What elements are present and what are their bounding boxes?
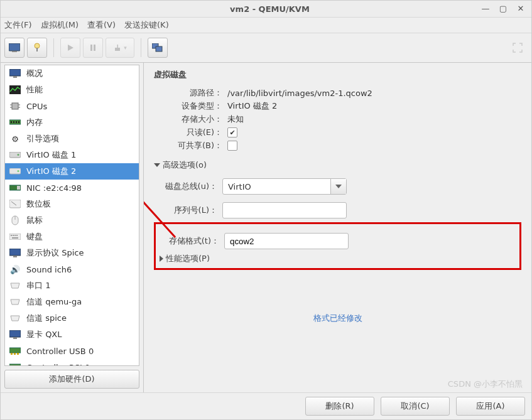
menu-sendkey[interactable]: 发送按键(K) bbox=[124, 19, 169, 31]
svg-rect-46 bbox=[14, 353, 16, 355]
add-hardware-button[interactable]: 添加硬件(D) bbox=[4, 370, 139, 389]
sidebar-item-video[interactable]: 显卡 QXL bbox=[5, 326, 139, 343]
sidebar-item-tablet[interactable]: 数位板 bbox=[5, 196, 139, 212]
sidebar-item-label: Controller USB 0 bbox=[26, 347, 94, 356]
expander-performance-label: 性能选项(P) bbox=[166, 253, 210, 264]
keyboard-icon bbox=[9, 231, 21, 242]
section-title: 虚拟磁盘 bbox=[154, 69, 521, 80]
maximize-button[interactable]: ▢ bbox=[497, 3, 509, 14]
serial-icon bbox=[9, 313, 21, 324]
menu-file[interactable]: 文件(F) bbox=[4, 19, 32, 31]
svg-rect-48 bbox=[9, 364, 21, 366]
menu-vm[interactable]: 虚拟机(M) bbox=[41, 19, 79, 31]
svg-rect-38 bbox=[16, 235, 18, 236]
sidebar-item-label: VirtIO 磁盘 2 bbox=[26, 166, 76, 177]
chevron-down-icon[interactable] bbox=[330, 179, 346, 194]
nic-icon bbox=[9, 182, 21, 193]
gear-icon: ⚙ bbox=[9, 133, 21, 144]
sidebar-item-label: 显示协议 Spice bbox=[26, 247, 84, 259]
checkbox-readonly[interactable]: ✔ bbox=[227, 127, 237, 137]
svg-point-2 bbox=[35, 43, 40, 48]
speaker-icon: 🔊 bbox=[9, 264, 21, 275]
svg-rect-45 bbox=[11, 353, 13, 355]
expander-advanced-label: 高级选项(o) bbox=[163, 159, 207, 171]
sidebar-item-mouse[interactable]: 鼠标 bbox=[5, 212, 139, 229]
svg-rect-44 bbox=[9, 348, 21, 353]
footer: 删除(R) 取消(C) 应用(A) bbox=[1, 392, 531, 419]
minimize-button[interactable]: — bbox=[480, 3, 491, 14]
sidebar-item-performance[interactable]: 性能 bbox=[5, 82, 139, 98]
sidebar-item-disk-1[interactable]: VirtIO 磁盘 1 bbox=[5, 147, 139, 163]
sidebar-item-overview[interactable]: 概况 bbox=[5, 65, 139, 82]
combo-disk-bus-value: VirtIO bbox=[223, 182, 330, 191]
sidebar-item-display[interactable]: 显示协议 Spice bbox=[5, 245, 139, 261]
svg-rect-42 bbox=[9, 330, 21, 337]
svg-rect-5 bbox=[90, 45, 92, 51]
sidebar-item-label: 显卡 QXL bbox=[26, 329, 62, 340]
close-button[interactable]: ✕ bbox=[515, 3, 526, 14]
sidebar-item-channel-spice[interactable]: 信道 spice bbox=[5, 310, 139, 326]
sidebar-item-cpus[interactable]: CPUs bbox=[5, 98, 139, 114]
sidebar-item-memory[interactable]: 内存 bbox=[5, 114, 139, 131]
sidebar-item-controller-usb[interactable]: Controller USB 0 bbox=[5, 343, 139, 359]
svg-rect-10 bbox=[156, 46, 162, 51]
svg-marker-4 bbox=[68, 45, 73, 51]
combo-disk-bus[interactable]: VirtIO bbox=[222, 178, 347, 195]
sidebar-item-disk-2[interactable]: VirtIO 磁盘 2 bbox=[5, 163, 139, 180]
pci-icon bbox=[9, 345, 21, 357]
svg-rect-43 bbox=[13, 337, 17, 339]
svg-marker-57 bbox=[335, 185, 342, 188]
sidebar-item-keyboard[interactable]: 键盘 bbox=[5, 229, 139, 245]
pause-button[interactable] bbox=[83, 38, 103, 58]
svg-rect-3 bbox=[36, 48, 38, 51]
chevron-down-icon bbox=[154, 163, 160, 167]
fullscreen-icon[interactable] bbox=[510, 40, 525, 55]
label-bus: 磁盘总线(u)： bbox=[158, 181, 217, 192]
remove-button[interactable]: 删除(R) bbox=[305, 397, 374, 416]
svg-rect-29 bbox=[17, 186, 20, 190]
serial-icon bbox=[9, 280, 21, 291]
cancel-button[interactable]: 取消(C) bbox=[381, 397, 450, 416]
shutdown-button[interactable]: ▾ bbox=[106, 38, 134, 58]
label-source-path: 源路径： bbox=[163, 87, 222, 99]
svg-point-25 bbox=[18, 154, 19, 156]
svg-rect-35 bbox=[11, 235, 12, 236]
sidebar-column: 概况 性能 CPUs 内存 ⚙引导选项 VirtIO 磁盘 1 VirtIO 磁… bbox=[1, 63, 144, 392]
add-hardware-label: 添加硬件(D) bbox=[49, 374, 94, 385]
sidebar-item-sound[interactable]: 🔊Sound ich6 bbox=[5, 261, 139, 277]
label-device-type: 设备类型： bbox=[163, 100, 222, 112]
expander-advanced[interactable]: 高级选项(o) bbox=[154, 159, 521, 171]
sidebar-item-label: Controller PCI 0 bbox=[26, 363, 90, 367]
sidebar-item-label: 串口 1 bbox=[26, 280, 50, 291]
menu-view[interactable]: 查看(V) bbox=[87, 19, 116, 31]
apply-button[interactable]: 应用(A) bbox=[456, 397, 525, 416]
sidebar-item-label: 内存 bbox=[26, 117, 43, 128]
sidebar-item-label: 引导选项 bbox=[26, 133, 59, 144]
label-readonly: 只读(E)： bbox=[163, 127, 222, 138]
expander-performance[interactable]: 性能选项(P) bbox=[160, 253, 516, 264]
svg-rect-20 bbox=[11, 121, 12, 123]
checkbox-shareable[interactable] bbox=[227, 141, 237, 151]
monitor-icon bbox=[9, 329, 21, 340]
sidebar-item-label: 鼠标 bbox=[26, 215, 43, 226]
console-button[interactable] bbox=[4, 38, 24, 58]
status-text: 格式已经修改 bbox=[154, 313, 521, 324]
details-content: 虚拟磁盘 源路径：/var/lib/libvirt/images/vm2-1.q… bbox=[144, 63, 531, 392]
sidebar-item-nic[interactable]: NIC :e2:c4:98 bbox=[5, 180, 139, 196]
run-button[interactable] bbox=[60, 38, 80, 58]
input-storage-format[interactable] bbox=[224, 233, 349, 249]
svg-rect-23 bbox=[18, 121, 19, 123]
sidebar-item-boot[interactable]: ⚙引导选项 bbox=[5, 131, 139, 147]
svg-point-27 bbox=[18, 170, 19, 172]
details-button[interactable] bbox=[27, 38, 47, 58]
sidebar-item-channel-qemu-ga[interactable]: 信道 qemu-ga bbox=[5, 294, 139, 310]
annotation-box: 存储格式(t)： 性能选项(P) bbox=[154, 222, 521, 270]
memory-icon bbox=[9, 117, 21, 128]
svg-rect-34 bbox=[9, 234, 21, 240]
input-serial[interactable] bbox=[222, 202, 347, 218]
chevron-right-icon bbox=[160, 256, 163, 262]
sidebar-item-controller-pci[interactable]: Controller PCI 0 bbox=[5, 359, 139, 366]
value-device-type: VirtIO 磁盘 2 bbox=[227, 100, 277, 112]
snapshot-button[interactable] bbox=[148, 38, 168, 58]
sidebar-item-serial[interactable]: 串口 1 bbox=[5, 277, 139, 294]
